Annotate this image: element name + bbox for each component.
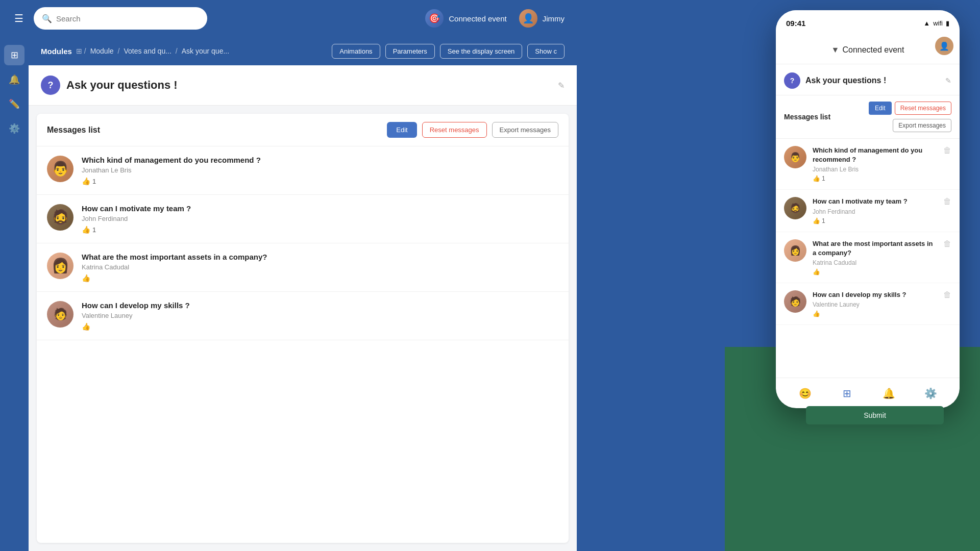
phone-delete-3[interactable]: 🗑 — [943, 239, 951, 248]
page-content: Modules ⊞ / Module / Votes and qu... / A… — [29, 37, 577, 551]
phone-msg-author-4: Valentine Launey — [813, 301, 937, 308]
sidebar-icon-gear[interactable]: ⚙️ — [4, 118, 24, 139]
like-icon[interactable]: 👍 — [82, 274, 90, 282]
like-icon[interactable]: 👍 — [82, 177, 90, 185]
reset-button[interactable]: Reset messages — [422, 122, 487, 138]
app-window: ☰ 🔍 🎯 Connected event 👤 Jimmy — [0, 0, 577, 551]
see-display-button[interactable]: See the display screen — [440, 44, 523, 59]
messages-section: Messages list Edit Reset messages Export… — [37, 114, 569, 543]
animations-button[interactable]: Animations — [332, 44, 380, 59]
phone-export-button[interactable]: Export messages — [893, 119, 951, 132]
message-author-2: John Ferdinand — [82, 215, 558, 222]
phone-module-title: Ask your questions ! — [805, 76, 886, 85]
breadcrumb-home[interactable]: Modules — [41, 47, 72, 56]
phone-bottom-nav: 😊 ⊞ 🔔 ⚙️ — [776, 378, 960, 408]
connected-event-button[interactable]: 🎯 Connected event — [425, 9, 506, 28]
user-avatar: 👤 — [519, 9, 537, 28]
phone-like-count-1: 1 — [822, 175, 825, 182]
sidebar-icon-pencil[interactable]: ✏️ — [4, 94, 24, 114]
battery-icon: ▮ — [946, 19, 949, 27]
header-right: 🎯 Connected event 👤 Jimmy — [425, 9, 565, 28]
show-button[interactable]: Show c — [527, 44, 565, 59]
sidebar: ⊞ 🔔 ✏️ ⚙️ — [0, 37, 29, 551]
phone-like-icon-1[interactable]: 👍 — [813, 175, 820, 182]
phone-delete-1[interactable]: 🗑 — [943, 146, 951, 155]
phone-msg-body-3: What are the most important assets in a … — [813, 239, 937, 276]
search-container: 🔍 — [34, 7, 207, 30]
message-likes-1: 👍 1 — [82, 177, 558, 185]
phone-avatar-4: 🧑 — [784, 290, 806, 313]
phone-avatar-1: 👨 — [784, 146, 806, 168]
breadcrumb-current: Ask your que... — [182, 47, 229, 55]
module-edit-icon[interactable]: ✎ — [558, 81, 565, 90]
phone-like-icon-2[interactable]: 👍 — [813, 217, 820, 224]
event-avatar: 🎯 — [425, 9, 444, 28]
phone-msg-likes-2: 👍 1 — [813, 217, 937, 224]
phone-msg-text-2: How can I motivate my team ? — [813, 197, 937, 206]
like-icon[interactable]: 👍 — [82, 322, 90, 331]
like-icon[interactable]: 👍 — [82, 226, 90, 234]
phone-nav-grid[interactable]: ⊞ — [839, 385, 855, 402]
phone-edit-button[interactable]: Edit — [869, 102, 892, 115]
phone-delete-4[interactable]: 🗑 — [943, 290, 951, 299]
main-content: ⊞ 🔔 ✏️ ⚙️ Modules ⊞ / Module / Votes and… — [0, 37, 577, 551]
message-body-3: What are the most important assets in a … — [82, 253, 558, 282]
table-row: 👨 Which kind of management do you recomm… — [37, 146, 569, 195]
export-button[interactable]: Export messages — [492, 122, 558, 138]
list-item: 👨 Which kind of management do you recomm… — [776, 139, 960, 190]
message-author-3: Katrina Cadudal — [82, 263, 558, 271]
list-item: 👩 What are the most important assets in … — [776, 232, 960, 283]
hamburger-button[interactable]: ☰ — [12, 10, 26, 27]
list-item: 🧑 How can I develop my skills ? Valentin… — [776, 283, 960, 325]
phone-msg-text-4: How can I develop my skills ? — [813, 290, 937, 299]
list-item: 🧔 How can I motivate my team ? John Ferd… — [776, 190, 960, 232]
phone-device: 09:41 ▲ wifi ▮ ▼ Connected event 👤 — [776, 10, 960, 408]
phone-time: 09:41 — [786, 19, 805, 28]
phone-nav-smiley[interactable]: 😊 — [797, 385, 813, 402]
message-text-3: What are the most important assets in a … — [82, 253, 558, 261]
desktop: ☰ 🔍 🎯 Connected event 👤 Jimmy — [0, 0, 980, 551]
message-body-1: Which kind of management do you recommen… — [82, 156, 558, 185]
phone-msg-body-4: How can I develop my skills ? Valentine … — [813, 290, 937, 317]
phone-msg-body-1: Which kind of management do you recommen… — [813, 146, 937, 182]
messages-title: Messages list — [47, 126, 100, 135]
phone-like-icon-4[interactable]: 👍 — [813, 310, 820, 317]
table-row: 🧔 How can I motivate my team ? John Ferd… — [37, 195, 569, 243]
message-likes-2: 👍 1 — [82, 226, 558, 234]
phone-module-icon: ? — [784, 72, 800, 89]
message-body-2: How can I motivate my team ? John Ferdin… — [82, 204, 558, 234]
avatar: 👨 — [47, 156, 74, 182]
phone-connected-label: Connected event — [842, 45, 904, 55]
phone-status-bar: 09:41 ▲ wifi ▮ — [776, 10, 960, 36]
phone-msg-likes-1: 👍 1 — [813, 175, 937, 182]
phone-avatar-2: 🧔 — [784, 197, 806, 219]
message-author-4: Valentine Launey — [82, 312, 558, 319]
phone-reset-button[interactable]: Reset messages — [895, 102, 951, 115]
phone-header-actions: Edit Reset messages Export messages — [869, 102, 951, 132]
phone-status-icons: ▲ wifi ▮ — [923, 19, 949, 27]
header: ☰ 🔍 🎯 Connected event 👤 Jimmy — [0, 0, 577, 37]
search-input[interactable] — [56, 14, 199, 23]
phone-user-avatar[interactable]: 👤 — [935, 37, 953, 55]
phone-nav-gear[interactable]: ⚙️ — [922, 385, 939, 402]
module-icon: ? — [41, 76, 60, 95]
message-text-1: Which kind of management do you recommen… — [82, 156, 558, 164]
user-profile-button[interactable]: 👤 Jimmy — [519, 9, 565, 28]
table-row: 👩 What are the most important assets in … — [37, 243, 569, 292]
breadcrumb-votes[interactable]: Votes and qu... — [124, 47, 171, 55]
like-count-2: 1 — [92, 226, 96, 234]
sidebar-icon-bell[interactable]: 🔔 — [4, 69, 24, 90]
like-count-1: 1 — [92, 178, 96, 185]
parameters-button[interactable]: Parameters — [385, 44, 435, 59]
phone-submit-button[interactable]: Submit — [806, 406, 944, 424]
edit-button[interactable]: Edit — [387, 122, 416, 138]
phone-msg-author-3: Katrina Cadudal — [813, 259, 937, 266]
phone-like-icon-3[interactable]: 👍 — [813, 268, 820, 276]
sidebar-icon-grid[interactable]: ⊞ — [4, 45, 24, 65]
phone-msg-likes-3: 👍 — [813, 268, 937, 276]
breadcrumb-module[interactable]: Module — [90, 47, 114, 55]
phone-edit-icon[interactable]: ✎ — [945, 77, 951, 85]
phone-delete-2[interactable]: 🗑 — [943, 197, 951, 206]
phone-nav-bell[interactable]: 🔔 — [880, 385, 897, 402]
phone-messages-header: Messages list Edit Reset messages Export… — [776, 95, 960, 139]
